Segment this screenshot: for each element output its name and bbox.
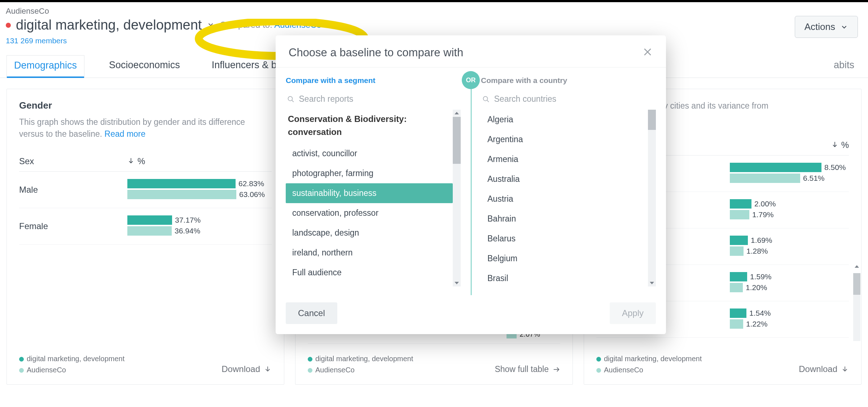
gender-row: Male 62.83% 63.06% bbox=[19, 172, 272, 208]
svg-marker-16 bbox=[650, 282, 654, 284]
segment-group: Conservation & Biodiversity: conversatio… bbox=[286, 110, 453, 144]
chevron-down-icon bbox=[840, 23, 848, 31]
gender-read-more[interactable]: Read more bbox=[105, 129, 146, 139]
row-label: Female bbox=[19, 221, 127, 231]
search-icon bbox=[482, 95, 490, 103]
divider bbox=[471, 80, 472, 295]
actions-button[interactable]: Actions bbox=[795, 16, 858, 38]
svg-point-10 bbox=[288, 96, 293, 101]
scroll-up-icon[interactable] bbox=[454, 110, 460, 116]
gender-col-pct[interactable]: % bbox=[127, 156, 145, 166]
gender-desc: This graph shows the distribution by gen… bbox=[19, 116, 272, 140]
modal-title: Choose a baseline to compare with bbox=[289, 46, 463, 59]
country-item[interactable]: Brasil bbox=[481, 268, 648, 286]
country-search-input[interactable] bbox=[494, 94, 655, 104]
svg-line-11 bbox=[292, 100, 294, 102]
show-full-table-button[interactable]: Show full table bbox=[495, 364, 560, 374]
cities-scrollbar[interactable] bbox=[853, 273, 860, 341]
download-button[interactable]: Download bbox=[222, 364, 272, 374]
country-item[interactable]: Belarus bbox=[481, 229, 648, 249]
segment-item[interactable]: landscape, design bbox=[286, 223, 453, 243]
sort-down-icon bbox=[831, 140, 838, 150]
svg-marker-13 bbox=[455, 282, 459, 284]
segment-search-input[interactable] bbox=[299, 94, 460, 104]
baseline-modal: Choose a baseline to compare with OR Com… bbox=[276, 35, 666, 334]
gender-col-sex[interactable]: Sex bbox=[19, 156, 127, 166]
svg-marker-6 bbox=[855, 265, 859, 268]
download-icon bbox=[264, 365, 272, 373]
sort-down-icon bbox=[127, 156, 135, 166]
country-scrollbar[interactable] bbox=[648, 110, 656, 286]
country-item[interactable]: Australia bbox=[481, 169, 648, 189]
scroll-up-icon[interactable] bbox=[854, 264, 860, 270]
tab-demographics[interactable]: Demographics bbox=[6, 55, 84, 78]
compared-label: Compared to: bbox=[220, 20, 272, 30]
svg-line-15 bbox=[487, 100, 489, 102]
compared-chevron-up-icon[interactable] bbox=[324, 20, 332, 30]
segment-item[interactable]: conservation, professor bbox=[286, 203, 453, 223]
scroll-thumb[interactable] bbox=[453, 117, 461, 164]
scroll-down-icon[interactable] bbox=[454, 280, 460, 286]
cities-col-pct[interactable]: % bbox=[831, 140, 849, 150]
legend: digital marketing, development AudienseC… bbox=[19, 355, 124, 374]
country-item[interactable]: Belgium bbox=[481, 249, 648, 268]
legend: digital marketing, development AudienseC… bbox=[596, 355, 702, 374]
or-badge: OR bbox=[462, 71, 480, 89]
country-item[interactable]: Argentina bbox=[481, 130, 648, 149]
gender-row: Female 37.17% 36.94% bbox=[19, 208, 272, 245]
arrow-right-icon bbox=[552, 366, 560, 373]
segment-scrollbar[interactable] bbox=[453, 110, 461, 286]
title-chevron-down-icon[interactable] bbox=[207, 21, 215, 30]
tab-socioeconomics[interactable]: Socioeconomics bbox=[102, 55, 187, 78]
scroll-down-icon[interactable] bbox=[649, 280, 655, 286]
cancel-button[interactable]: Cancel bbox=[286, 302, 337, 324]
segment-item[interactable]: sustainability, business bbox=[286, 183, 453, 203]
segment-column: Compare with a segment Conservation & Bi… bbox=[276, 67, 471, 295]
close-button[interactable] bbox=[642, 47, 653, 59]
country-item[interactable]: Bahrain bbox=[481, 209, 648, 229]
segment-item[interactable]: Full audience bbox=[286, 263, 453, 283]
tab-habits-partial[interactable]: abits bbox=[827, 55, 862, 78]
scroll-thumb[interactable] bbox=[648, 110, 656, 130]
country-item[interactable]: Algeria bbox=[481, 110, 648, 130]
segment-item[interactable]: photographer, farming bbox=[286, 163, 453, 183]
report-title[interactable]: digital marketing, development bbox=[16, 17, 202, 33]
row-label: Male bbox=[19, 185, 127, 195]
search-icon bbox=[287, 95, 295, 103]
gender-title: Gender bbox=[19, 100, 272, 111]
segment-title[interactable]: Compare with a segment bbox=[286, 76, 461, 85]
country-title[interactable]: Compare with a country bbox=[481, 76, 656, 85]
country-column: Compare with a country AlgeriaArgentinaA… bbox=[471, 67, 666, 295]
legend: digital marketing, development AudienseC… bbox=[308, 355, 413, 374]
segment-item[interactable]: activist, councillor bbox=[286, 144, 453, 163]
country-item[interactable]: Armenia bbox=[481, 149, 648, 169]
segment-item[interactable]: ireland, northern bbox=[286, 243, 453, 263]
country-item[interactable]: Austria bbox=[481, 189, 648, 209]
svg-point-14 bbox=[483, 96, 488, 101]
close-icon bbox=[642, 47, 653, 57]
status-dot bbox=[6, 23, 11, 28]
compared-value[interactable]: AudienseCo bbox=[274, 20, 321, 30]
breadcrumb: AudienseCo bbox=[6, 6, 862, 16]
gender-card: Gender This graph shows the distribution… bbox=[6, 89, 284, 385]
download-button[interactable]: Download bbox=[799, 364, 849, 374]
svg-marker-12 bbox=[455, 112, 459, 114]
apply-button[interactable]: Apply bbox=[610, 302, 656, 324]
download-icon bbox=[841, 365, 849, 373]
